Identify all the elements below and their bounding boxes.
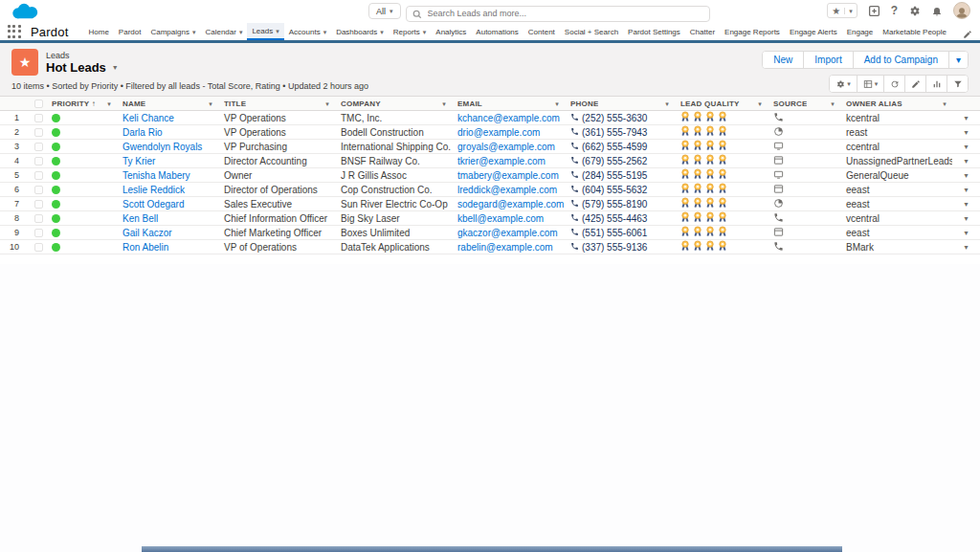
nav-tab-pardot-settings[interactable]: Pardot Settings — [623, 23, 685, 40]
notifications-bell-icon[interactable] — [931, 5, 943, 17]
setup-gear-icon[interactable] — [908, 5, 921, 17]
column-header-phone[interactable]: Phone▾ — [565, 97, 675, 111]
nav-tab-accounts[interactable]: Accounts▾ — [284, 23, 331, 40]
nav-tab-analytics[interactable]: Analytics — [431, 23, 471, 40]
lead-email-link[interactable]: kchance@example.com — [457, 113, 560, 123]
row-actions-chevron-icon[interactable]: ▾ — [952, 240, 980, 254]
edit-nav-pencil-icon[interactable] — [963, 26, 972, 43]
row-number: 8 — [0, 211, 29, 226]
row-checkbox[interactable] — [34, 128, 43, 137]
lead-email-link[interactable]: sodegard@example.com — [457, 199, 564, 210]
display-as-icon[interactable]: ▾ — [857, 76, 883, 92]
lead-email-link[interactable]: rabelin@example.com — [457, 242, 553, 253]
favorites-group: ★ ▾ — [827, 3, 857, 18]
nav-tab-dashboards[interactable]: Dashboards▾ — [331, 23, 389, 40]
lead-email-link[interactable]: tkrier@example.com — [457, 156, 546, 166]
row-checkbox[interactable] — [34, 157, 43, 166]
medal-icon — [718, 183, 727, 196]
row-actions-chevron-icon[interactable]: ▾ — [952, 197, 980, 211]
row-actions-chevron-icon[interactable]: ▾ — [952, 154, 980, 168]
lead-email-link[interactable]: tmabery@example.com — [457, 170, 559, 181]
column-header-title[interactable]: Title▾ — [218, 97, 335, 111]
lead-name-link[interactable]: Gwendolyn Royals — [122, 142, 202, 152]
lead-email-link[interactable]: lreddick@example.com — [457, 185, 557, 195]
checkbox-cell — [29, 183, 46, 197]
checkbox-cell — [29, 140, 46, 154]
lead-email-link[interactable]: kbell@example.com — [457, 213, 544, 224]
row-checkbox[interactable] — [34, 171, 43, 180]
lead-name-link[interactable]: Ken Bell — [122, 213, 158, 224]
row-actions-chevron-icon[interactable]: ▾ — [952, 168, 980, 183]
nav-tab-reports[interactable]: Reports▾ — [389, 23, 432, 40]
app-launcher-icon[interactable] — [8, 25, 21, 38]
column-header-lead-quality[interactable]: Lead Quality▾ — [675, 97, 768, 111]
global-add-icon[interactable] — [868, 5, 880, 17]
nav-tab-engage[interactable]: Engage — [842, 23, 879, 40]
column-header-owner-alias[interactable]: Owner Alias▾ — [840, 97, 952, 111]
lead-name-link[interactable]: Gail Kaczor — [122, 228, 172, 238]
nav-tab-social-search[interactable]: Social + Search — [560, 23, 623, 40]
more-actions-chevron-icon[interactable]: ▾ — [948, 52, 968, 68]
column-header-name[interactable]: Name▾ — [117, 97, 218, 111]
row-checkbox[interactable] — [34, 200, 43, 209]
row-checkbox[interactable] — [34, 114, 43, 122]
column-header-company[interactable]: Company▾ — [335, 97, 452, 111]
row-checkbox[interactable] — [34, 186, 43, 194]
row-actions-chevron-icon[interactable]: ▾ — [952, 140, 980, 154]
new-button[interactable]: New — [763, 52, 803, 68]
lead-name-link[interactable]: Ron Abelin — [122, 242, 168, 253]
lead-name-link[interactable]: Keli Chance — [122, 113, 174, 123]
nav-tab-chatter[interactable]: Chatter — [685, 23, 720, 40]
row-actions-chevron-icon[interactable]: ▾ — [952, 111, 980, 125]
nav-tab-leads[interactable]: Leads▾ — [247, 23, 283, 40]
nav-tab-marketable-people[interactable]: Marketable People — [878, 23, 951, 40]
column-header-email[interactable]: Email▾ — [452, 97, 565, 111]
favorites-chevron-icon[interactable]: ▾ — [844, 8, 857, 14]
nav-tab-engage-reports[interactable]: Engage Reports — [720, 23, 785, 40]
row-checkbox[interactable] — [34, 243, 43, 252]
row-actions-chevron-icon[interactable]: ▾ — [952, 125, 980, 140]
filter-icon[interactable] — [947, 76, 968, 92]
lead-email-link[interactable]: drio@example.com — [457, 127, 540, 138]
row-checkbox[interactable] — [34, 214, 43, 223]
refresh-icon[interactable] — [883, 76, 904, 92]
column-header-priority[interactable]: Priority ↑▾ — [46, 97, 117, 111]
source-cell-wrap — [768, 211, 840, 226]
nav-tab-home[interactable]: Home — [84, 23, 114, 40]
nav-tab-content[interactable]: Content — [523, 23, 560, 40]
user-avatar[interactable] — [953, 2, 970, 19]
favorites-star-icon[interactable]: ★ — [828, 6, 844, 16]
lead-name-link[interactable]: Tenisha Mabery — [122, 170, 190, 181]
lead-name-link[interactable]: Darla Rio — [122, 127, 163, 138]
row-actions-chevron-icon[interactable]: ▾ — [952, 183, 980, 197]
lead-email-link[interactable]: groyals@example.com — [457, 142, 555, 152]
lead-name-link[interactable]: Scott Odegard — [122, 199, 184, 210]
search-input[interactable] — [406, 6, 710, 22]
add-to-campaign-button[interactable]: Add to Campaign — [853, 52, 948, 68]
call-icon — [773, 214, 784, 225]
nav-tab-calendar[interactable]: Calendar▾ — [200, 23, 247, 40]
import-button[interactable]: Import — [803, 52, 852, 68]
medal-icon — [718, 226, 727, 239]
nav-tab-campaigns[interactable]: Campaigns▾ — [145, 23, 200, 40]
row-actions-chevron-icon[interactable]: ▾ — [952, 211, 980, 226]
select-all-checkbox[interactable] — [34, 99, 43, 108]
settings-gear-icon[interactable]: ▾ — [830, 76, 857, 92]
nav-tab-pardot[interactable]: Pardot — [114, 23, 146, 40]
chart-icon[interactable] — [925, 76, 947, 92]
nav-tab-engage-alerts[interactable]: Engage Alerts — [785, 23, 842, 40]
search-scope-select[interactable]: All ▾ — [368, 3, 401, 19]
list-view-selector[interactable]: Hot Leads ▼ — [46, 60, 119, 75]
help-icon[interactable]: ? — [891, 4, 898, 17]
row-checkbox[interactable] — [34, 143, 43, 151]
row-actions-chevron-icon[interactable]: ▾ — [952, 226, 980, 240]
nav-tab-automations[interactable]: Automations — [471, 23, 523, 40]
medal-icon — [693, 197, 702, 210]
lead-email-link[interactable]: gkaczor@example.com — [457, 228, 558, 238]
row-checkbox[interactable] — [34, 229, 43, 237]
lead-name-link[interactable]: Leslie Reddick — [122, 185, 185, 195]
lead-name-link[interactable]: Ty Krier — [122, 156, 155, 166]
pie-icon — [773, 128, 784, 139]
column-header-source[interactable]: Source▾ — [768, 97, 840, 111]
edit-pencil-icon[interactable] — [904, 76, 925, 92]
